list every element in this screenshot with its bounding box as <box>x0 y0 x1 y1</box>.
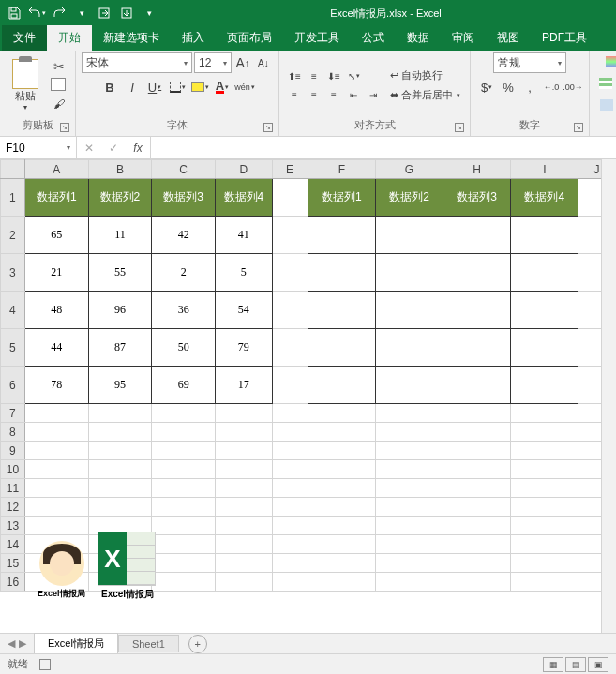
row-header[interactable]: 2 <box>1 217 25 254</box>
row-header[interactable]: 1 <box>1 179 25 217</box>
cell[interactable] <box>511 423 578 442</box>
currency-button[interactable]: $▾ <box>476 77 497 97</box>
qat-customize-icon[interactable]: ▾ <box>139 3 159 23</box>
view-pagebreak-button[interactable]: ▣ <box>588 657 608 672</box>
row-header[interactable]: 4 <box>1 292 25 329</box>
cell[interactable] <box>24 423 88 442</box>
cell[interactable]: 数据列1 <box>24 179 88 217</box>
cell[interactable] <box>511 292 578 329</box>
indent-inc-button[interactable]: ⇥ <box>364 86 383 103</box>
enter-formula-button[interactable]: ✓ <box>101 137 126 158</box>
dec-decimal-button[interactable]: .00→ <box>563 77 583 97</box>
cell[interactable]: 41 <box>215 217 272 254</box>
cell[interactable] <box>272 404 308 423</box>
cell[interactable] <box>511 367 578 404</box>
cell[interactable] <box>215 554 272 573</box>
cell[interactable] <box>443 329 511 367</box>
cell[interactable] <box>511 404 578 423</box>
conditional-format-button[interactable]: 条件格式▾ <box>602 52 617 70</box>
merge-center-button[interactable]: ⬌合并后居中▾ <box>386 86 464 104</box>
align-left-button[interactable]: ≡ <box>285 86 304 103</box>
cell[interactable]: 数据列3 <box>443 179 511 217</box>
row-header[interactable]: 6 <box>1 367 25 404</box>
tab-view[interactable]: 视图 <box>486 25 531 51</box>
vertical-scrollbar[interactable] <box>601 159 616 633</box>
cell[interactable] <box>511 535 578 554</box>
cell[interactable] <box>272 460 308 479</box>
cell[interactable] <box>376 442 443 460</box>
cell[interactable] <box>376 573 443 592</box>
cell[interactable] <box>443 554 511 573</box>
export-icon[interactable] <box>116 3 137 23</box>
cell[interactable] <box>88 535 152 554</box>
cell[interactable] <box>308 479 376 498</box>
cell[interactable] <box>152 479 216 498</box>
cell[interactable] <box>443 535 511 554</box>
font-name-combo[interactable]: 宋体▾ <box>82 52 192 73</box>
number-launcher[interactable]: ↘ <box>574 123 583 132</box>
fill-color-button[interactable]: ▾ <box>189 77 210 97</box>
cell[interactable] <box>376 367 443 404</box>
col-header[interactable]: H <box>443 160 511 179</box>
cell[interactable] <box>272 179 308 217</box>
font-size-combo[interactable]: 12▾ <box>194 52 232 73</box>
cell[interactable] <box>215 535 272 554</box>
align-right-button[interactable]: ≡ <box>324 86 343 103</box>
cell[interactable] <box>152 460 216 479</box>
cell[interactable]: 48 <box>24 292 88 329</box>
cell[interactable]: 55 <box>88 254 152 292</box>
cell[interactable] <box>376 535 443 554</box>
cell[interactable] <box>376 517 443 535</box>
cell[interactable] <box>511 217 578 254</box>
cell[interactable] <box>272 292 308 329</box>
cell[interactable] <box>511 329 578 367</box>
col-header[interactable]: D <box>215 160 272 179</box>
clipboard-launcher[interactable]: ↘ <box>60 123 69 132</box>
cell[interactable] <box>308 573 376 592</box>
underline-button[interactable]: U▾ <box>144 77 165 97</box>
percent-button[interactable]: % <box>498 77 518 97</box>
cell[interactable] <box>215 442 272 460</box>
cell[interactable] <box>511 573 578 592</box>
new-window-icon[interactable] <box>94 3 114 23</box>
row-header[interactable]: 16 <box>1 573 25 592</box>
cell[interactable] <box>511 554 578 573</box>
cell[interactable] <box>443 479 511 498</box>
cell[interactable] <box>308 460 376 479</box>
col-header[interactable]: G <box>376 160 443 179</box>
view-layout-button[interactable]: ▤ <box>565 657 586 672</box>
fx-button[interactable]: fx <box>126 137 150 158</box>
tab-pdf[interactable]: PDF工具 <box>531 25 598 51</box>
cell[interactable] <box>88 498 152 517</box>
undo-icon[interactable]: ▾ <box>26 3 47 23</box>
cell[interactable] <box>511 442 578 460</box>
cell[interactable] <box>88 517 152 535</box>
cell[interactable] <box>376 254 443 292</box>
cell[interactable] <box>443 423 511 442</box>
cell[interactable]: 50 <box>152 329 216 367</box>
cell[interactable]: 54 <box>215 292 272 329</box>
cell[interactable] <box>308 292 376 329</box>
cell[interactable] <box>511 254 578 292</box>
font-launcher[interactable]: ↘ <box>263 123 273 132</box>
cell[interactable] <box>152 573 216 592</box>
cell[interactable] <box>443 442 511 460</box>
col-header[interactable]: A <box>24 160 88 179</box>
cell[interactable] <box>88 479 152 498</box>
align-center-button[interactable]: ≡ <box>305 86 323 103</box>
cell[interactable] <box>443 517 511 535</box>
tab-new[interactable]: 新建选项卡 <box>92 25 171 51</box>
save-icon[interactable] <box>4 3 24 23</box>
cell[interactable] <box>308 442 376 460</box>
cell[interactable] <box>376 498 443 517</box>
inc-decimal-button[interactable]: ←.0 <box>541 77 562 97</box>
cell[interactable] <box>24 479 88 498</box>
row-header[interactable]: 3 <box>1 254 25 292</box>
cell[interactable] <box>272 217 308 254</box>
cell[interactable] <box>215 498 272 517</box>
row-header[interactable]: 13 <box>1 517 25 535</box>
cell[interactable] <box>376 217 443 254</box>
format-painter-button[interactable]: 🖌 <box>49 96 69 112</box>
cell[interactable] <box>272 535 308 554</box>
cell[interactable] <box>272 573 308 592</box>
